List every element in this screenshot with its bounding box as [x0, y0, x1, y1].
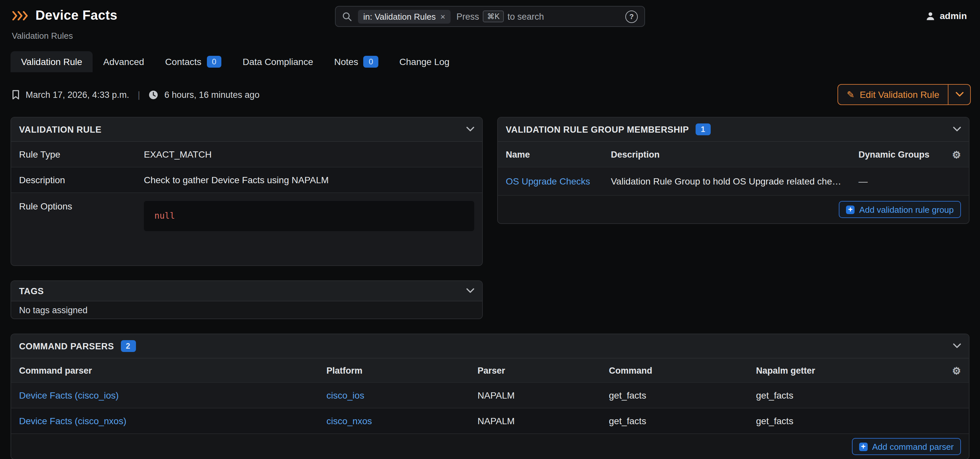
search-icon — [342, 11, 352, 21]
dynamic-groups-cell: — — [851, 176, 949, 186]
search-hint: Press ⌘K to search — [457, 11, 544, 22]
rule-options-code: null — [144, 201, 474, 231]
bookmark-icon — [12, 90, 20, 100]
left-column: VALIDATION RULE Rule Type EXACT_MATCH De… — [11, 117, 483, 319]
app-header: Device Facts Validation Rules in: Valida… — [0, 0, 980, 51]
add-validation-rule-group-button[interactable]: + Add validation rule group — [839, 201, 961, 218]
tab-label: Validation Rule — [21, 57, 82, 67]
command-cell: get_facts — [601, 390, 748, 400]
created-timestamp: March 17, 2026, 4:33 p.m. — [25, 90, 129, 100]
app: Device Facts Validation Rules in: Valida… — [0, 0, 980, 459]
command-parser-link[interactable]: Device Facts (cisco_ios) — [19, 390, 119, 400]
tab-label: Data Compliance — [243, 57, 313, 67]
napalm-getter-cell: get_facts — [748, 416, 949, 426]
parsers-table-header: Command parser Platform Parser Command N… — [11, 359, 969, 382]
platform-link[interactable]: cisco_ios — [326, 390, 364, 400]
brand: Device Facts — [12, 8, 117, 23]
meta-divider: | — [138, 89, 140, 100]
breadcrumb: Validation Rules — [12, 31, 73, 41]
parser-table-row: Device Facts (cisco_nxos) cisco_nxos NAP… — [11, 408, 969, 434]
column-header-platform: Platform — [318, 365, 469, 375]
tab-validation-rule[interactable]: Validation Rule — [11, 51, 92, 72]
add-button-label: Add validation rule group — [859, 205, 954, 214]
username-label: admin — [940, 11, 967, 21]
app-logo-icon — [12, 11, 30, 20]
napalm-getter-cell: get_facts — [748, 390, 949, 400]
column-header-command-parser: Command parser — [11, 365, 318, 375]
validation-rule-panel: VALIDATION RULE Rule Type EXACT_MATCH De… — [11, 117, 483, 266]
table-settings-gear-icon[interactable]: ⚙ — [952, 365, 961, 375]
panel-title: TAGS — [19, 286, 44, 296]
user-menu[interactable]: admin — [926, 11, 967, 21]
detail-tabs: Validation Rule Advanced Contacts 0 Data… — [11, 51, 969, 72]
platform-link[interactable]: cisco_nxos — [326, 416, 372, 426]
search-filter-chip[interactable]: in: Validation Rules × — [358, 10, 450, 23]
tab-advanced[interactable]: Advanced — [92, 51, 155, 72]
chevron-down-icon — [955, 92, 963, 97]
membership-count-badge: 1 — [695, 124, 711, 135]
table-settings-gear-icon[interactable]: ⚙ — [952, 149, 961, 159]
column-header-dynamic-groups: Dynamic Groups — [851, 149, 949, 159]
validation-rule-group-link[interactable]: OS Upgrade Checks — [506, 176, 590, 186]
command-cell: get_facts — [601, 416, 748, 426]
tags-panel: TAGS No tags assigned — [11, 280, 483, 319]
edit-button-group: ✎ Edit Validation Rule — [837, 84, 971, 105]
add-button-label: Add command parser — [872, 442, 954, 451]
membership-table-row: OS Upgrade Checks Validation Rule Group … — [498, 167, 969, 195]
tags-panel-header[interactable]: TAGS — [11, 281, 482, 302]
collapse-chevron-icon[interactable] — [466, 288, 474, 294]
panel-title: COMMAND PARSERS — [19, 341, 114, 351]
panel-title: VALIDATION RULE — [19, 124, 102, 134]
add-command-parser-button[interactable]: + Add command parser — [851, 438, 961, 455]
tab-data-compliance[interactable]: Data Compliance — [232, 51, 324, 72]
field-value: null — [136, 193, 482, 265]
page-title: Device Facts — [35, 8, 117, 23]
parsers-count-badge: 2 — [121, 340, 136, 352]
membership-table-footer: + Add validation rule group — [498, 195, 969, 223]
tab-label: Contacts — [165, 57, 202, 67]
clock-icon — [148, 90, 158, 100]
description-row: Description Check to gather Device Facts… — [11, 167, 482, 193]
tab-label: Advanced — [103, 57, 144, 67]
tab-label: Change Log — [399, 57, 450, 67]
plus-icon: + — [846, 205, 854, 214]
field-value: EXACT_MATCH — [136, 142, 482, 167]
last-updated-text: 6 hours, 16 minutes ago — [164, 90, 259, 100]
collapse-chevron-icon[interactable] — [466, 127, 474, 132]
parsers-table-footer: + Add command parser — [11, 434, 969, 459]
field-label: Rule Options — [11, 193, 136, 265]
right-column: VALIDATION RULE GROUP MEMBERSHIP 1 Name … — [497, 117, 969, 224]
edit-dropdown-button[interactable] — [948, 85, 970, 105]
collapse-chevron-icon[interactable] — [953, 127, 961, 132]
column-header-name: Name — [498, 149, 603, 159]
rule-options-row: Rule Options null — [11, 193, 482, 265]
edit-button-label: Edit Validation Rule — [860, 89, 939, 100]
field-label: Description — [11, 167, 136, 192]
tab-change-log[interactable]: Change Log — [389, 51, 460, 72]
column-header-napalm-getter: Napalm getter — [748, 365, 949, 375]
global-search-input[interactable]: in: Validation Rules × Press ⌘K to searc… — [335, 6, 645, 27]
group-membership-panel: VALIDATION RULE GROUP MEMBERSHIP 1 Name … — [497, 117, 969, 224]
command-parsers-panel-header[interactable]: COMMAND PARSERS 2 — [11, 334, 969, 359]
keyboard-shortcut-kbd: ⌘K — [483, 11, 503, 22]
record-meta-row: March 17, 2026, 4:33 p.m. | 6 hours, 16 … — [12, 83, 971, 106]
user-icon — [926, 11, 935, 21]
column-header-description: Description — [603, 149, 851, 159]
search-filter-label: in: Validation Rules — [363, 11, 436, 21]
collapse-chevron-icon[interactable] — [953, 343, 961, 349]
field-value: Check to gather Device Facts using NAPAL… — [136, 167, 482, 192]
plus-icon: + — [859, 442, 867, 451]
command-parser-link[interactable]: Device Facts (cisco_nxos) — [19, 416, 126, 426]
chip-close-icon[interactable]: × — [441, 11, 445, 21]
rule-type-row: Rule Type EXACT_MATCH — [11, 142, 482, 167]
group-membership-panel-header[interactable]: VALIDATION RULE GROUP MEMBERSHIP 1 — [498, 118, 969, 142]
parser-cell: NAPALM — [469, 390, 601, 400]
tab-contacts-badge: 0 — [207, 56, 221, 68]
panel-title: VALIDATION RULE GROUP MEMBERSHIP — [506, 124, 689, 134]
group-description-cell: Validation Rule Group to hold OS Upgrade… — [603, 176, 851, 186]
help-icon[interactable]: ? — [625, 10, 638, 23]
edit-validation-rule-button[interactable]: ✎ Edit Validation Rule — [838, 85, 948, 105]
validation-rule-panel-header[interactable]: VALIDATION RULE — [11, 118, 482, 142]
tab-contacts[interactable]: Contacts 0 — [155, 51, 232, 72]
tab-notes[interactable]: Notes 0 — [324, 51, 389, 72]
